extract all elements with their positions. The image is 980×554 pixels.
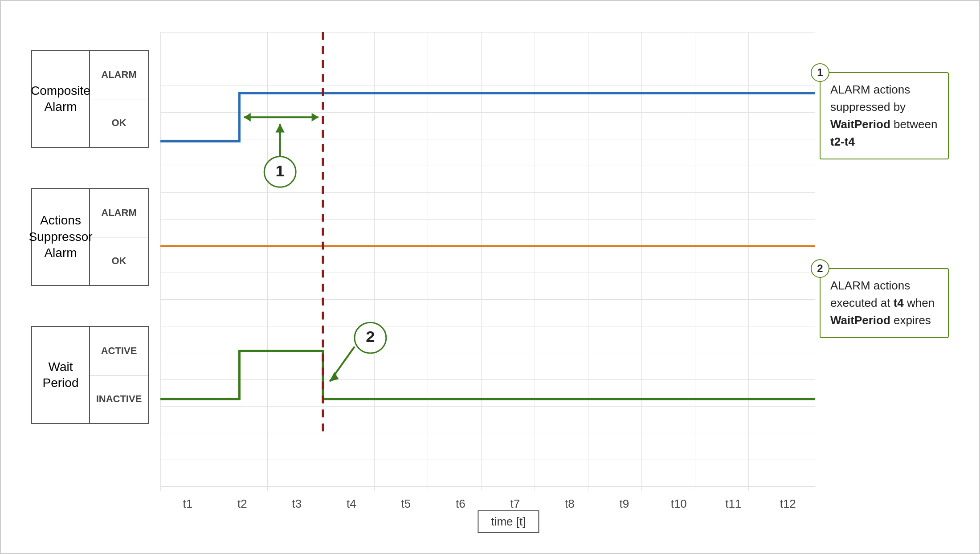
arrow-left-head [244,113,251,122]
annotation-box-2: 2 ALARM actions executed at t4 when Wait… [820,268,949,338]
circle-2-label: 2 [366,328,375,346]
time-t3: t3 [270,497,324,511]
wait-period-state-inactive: INACTIVE [90,375,148,424]
composite-alarm-box: Composite Alarm ALARM OK [31,50,149,148]
wait-period-box: Wait Period ACTIVE INACTIVE [31,326,149,424]
wait-period-states: ACTIVE INACTIVE [90,327,148,423]
arrow-right-head [312,113,318,122]
actions-suppressor-state-alarm: ALARM [90,189,148,237]
time-t1: t1 [160,497,215,511]
annotation-number-2: 2 [811,259,829,278]
time-t5: t5 [379,497,433,511]
time-t10: t10 [652,497,706,511]
actions-suppressor-box: Actions Suppressor Alarm ALARM OK [31,188,149,286]
time-axis-label: time [t] [478,510,539,533]
time-t8: t8 [543,497,597,511]
annotation-2-text: ALARM actions executed at t4 when WaitPe… [830,279,935,327]
composite-alarm-states: ALARM OK [90,51,148,147]
time-t11: t11 [706,497,761,511]
actions-suppressor-state-ok: OK [90,237,148,285]
time-t2: t2 [215,497,270,511]
time-t4: t4 [324,497,379,511]
main-container: Composite Alarm ALARM OK Actions Suppres… [0,0,980,554]
time-t12: t12 [761,497,816,511]
wait-period-line [160,351,815,399]
actions-suppressor-states: ALARM OK [90,189,148,285]
circle-1-label: 1 [275,162,284,179]
composite-alarm-state-ok: OK [90,99,148,147]
arrow-drop-head [330,372,339,382]
label-boxes: Composite Alarm ALARM OK Actions Suppres… [31,32,149,451]
composite-alarm-title: Composite Alarm [32,51,90,147]
annotation-1-text: ALARM actions suppressed by WaitPeriod b… [830,83,937,148]
time-t6: t6 [433,497,488,511]
diagram-wrapper: Composite Alarm ALARM OK Actions Suppres… [22,19,958,535]
chart-svg: 1 2 [160,32,815,491]
wait-period-title: Wait Period [32,327,90,423]
wait-period-state-active: ACTIVE [90,327,148,375]
time-axis: t1 t2 t3 t4 t5 t6 t7 t8 t9 t10 t11 t12 [160,497,815,511]
actions-suppressor-title: Actions Suppressor Alarm [32,189,90,285]
arrow-up-head [276,124,285,133]
annotation-number-1: 1 [811,63,829,82]
time-t9: t9 [597,497,652,511]
annotation-box-1: 1 ALARM actions suppressed by WaitPeriod… [820,72,949,159]
composite-alarm-state-alarm: ALARM [90,51,148,99]
time-t7: t7 [488,497,543,511]
